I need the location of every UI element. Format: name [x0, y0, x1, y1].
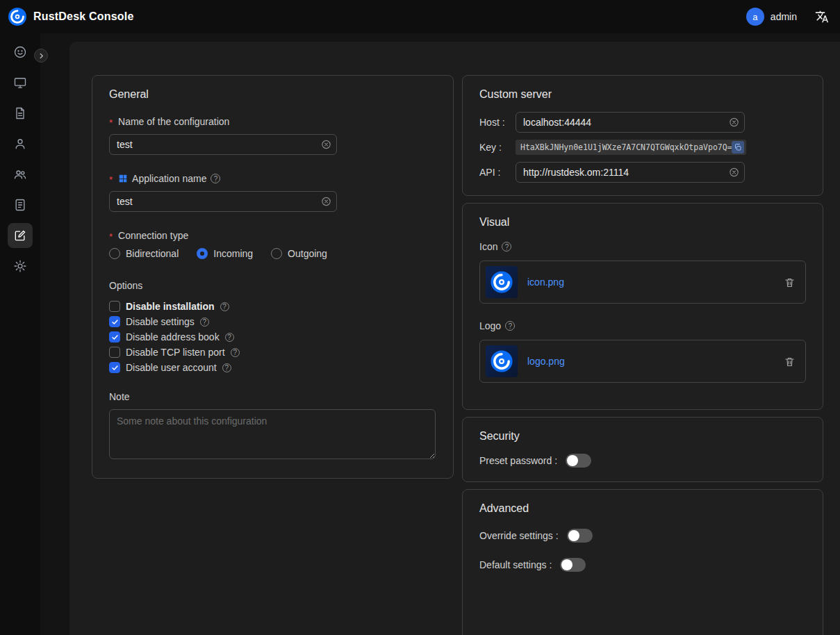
sidebar-item-devices[interactable] — [8, 70, 33, 95]
radio-dot[interactable] — [271, 248, 282, 259]
required-asterisk — [109, 173, 114, 184]
copy-icon[interactable] — [732, 141, 744, 154]
general-card: General Name of the configuration — [92, 75, 454, 479]
logo-file-row: logo.png — [479, 340, 806, 383]
option-disable-settings[interactable]: Disable settings — [109, 316, 436, 327]
override-settings-toggle[interactable] — [567, 529, 593, 543]
icon-filename-link[interactable]: icon.png — [527, 277, 564, 288]
preset-password-toggle[interactable] — [566, 454, 591, 468]
radio-dot[interactable] — [197, 248, 208, 259]
logo-label: Logo — [479, 320, 806, 331]
toggle-knob — [567, 455, 578, 466]
checkbox[interactable] — [109, 331, 120, 343]
user-menu[interactable]: a admin — [746, 8, 797, 26]
help-icon[interactable] — [200, 318, 209, 327]
option-disable-tcp-listen-port[interactable]: Disable TCP listen port — [109, 347, 436, 358]
help-icon[interactable] — [225, 333, 234, 342]
note-label: Note — [109, 391, 436, 402]
avatar: a — [746, 8, 764, 26]
required-asterisk — [109, 116, 114, 127]
host-input[interactable] — [516, 112, 745, 133]
checkbox[interactable] — [109, 347, 120, 358]
help-icon[interactable] — [231, 348, 240, 357]
sidebar-item-audit-logs[interactable] — [8, 192, 33, 217]
application-name-input[interactable] — [109, 191, 337, 212]
option-disable-user-account[interactable]: Disable user account — [109, 362, 436, 373]
check-icon — [111, 318, 119, 326]
override-settings-label: Override settings : — [479, 530, 559, 541]
clear-input-icon[interactable] — [321, 197, 331, 207]
override-settings-row: Override settings : — [479, 529, 806, 543]
checkbox[interactable] — [109, 316, 120, 327]
rustdesk-logo-icon — [8, 8, 26, 26]
sidebar-item-settings[interactable] — [8, 254, 33, 279]
sidebar-item-groups[interactable] — [8, 162, 33, 187]
content-panel: General Name of the configuration — [69, 42, 840, 635]
sidebar — [0, 33, 40, 635]
help-icon[interactable] — [220, 302, 229, 311]
topbar: RustDesk Console a admin — [0, 0, 840, 33]
general-title: General — [109, 88, 436, 101]
checkbox[interactable] — [109, 362, 120, 373]
radio-dot[interactable] — [109, 248, 120, 259]
topbar-right: a admin — [746, 8, 829, 26]
required-asterisk — [109, 230, 114, 241]
clear-input-icon[interactable] — [321, 140, 331, 150]
help-icon[interactable] — [505, 321, 515, 331]
check-icon — [111, 333, 119, 341]
icon-file-row: icon.png — [479, 261, 806, 304]
users-icon — [13, 167, 27, 181]
sidebar-item-configurations[interactable] — [8, 223, 33, 248]
logo-thumbnail — [486, 345, 518, 377]
username: admin — [771, 11, 797, 22]
default-settings-toggle[interactable] — [560, 558, 586, 572]
rustdesk-console-app: RustDesk Console a admin — [0, 0, 840, 635]
note-textarea[interactable] — [109, 409, 436, 459]
radio-incoming[interactable]: Incoming — [197, 248, 253, 259]
sidebar-item-dashboard[interactable] — [8, 40, 33, 65]
smiley-icon — [13, 45, 27, 59]
configuration-name-input[interactable] — [109, 134, 337, 155]
trash-icon[interactable] — [784, 277, 796, 288]
icon-label: Icon — [479, 241, 806, 252]
preset-password-row: Preset password : — [479, 454, 806, 468]
option-disable-installation[interactable]: Disable installation — [109, 301, 436, 312]
connection-type-label: Connection type — [109, 230, 436, 241]
logo-filename-link[interactable]: logo.png — [527, 356, 565, 367]
custom-server-title: Custom server — [479, 88, 806, 101]
custom-server-card: Custom server Host : Key : — [462, 75, 823, 196]
default-settings-label: Default settings : — [479, 559, 552, 570]
windows-logo-icon — [118, 174, 128, 183]
help-icon[interactable] — [222, 363, 231, 372]
radio-outgoing[interactable]: Outgoing — [271, 248, 327, 259]
help-icon[interactable] — [502, 242, 511, 251]
sidebar-expand-button[interactable] — [34, 49, 48, 63]
chevron-right-icon — [38, 52, 45, 60]
help-icon[interactable] — [211, 174, 220, 183]
trash-icon[interactable] — [784, 356, 796, 368]
clear-input-icon[interactable] — [729, 167, 739, 178]
icon-thumbnail — [486, 266, 518, 298]
default-settings-row: Default settings : — [479, 558, 806, 572]
connection-type-radios: Bidirectional Incoming Outgoing — [109, 248, 436, 259]
app-name-field-wrap — [109, 191, 337, 212]
visual-card: Visual Icon — [462, 203, 823, 410]
gear-icon — [13, 259, 27, 273]
app-name-field-label: Application name — [109, 173, 436, 184]
api-row: API : — [479, 162, 806, 183]
api-input[interactable] — [516, 162, 745, 183]
option-disable-address-book[interactable]: Disable address book — [109, 331, 436, 343]
key-label: Key : — [479, 142, 516, 153]
clear-input-icon[interactable] — [729, 117, 739, 128]
document-icon — [13, 106, 27, 120]
visual-title: Visual — [479, 216, 806, 229]
sidebar-item-documents[interactable] — [8, 101, 33, 126]
advanced-card: Advanced Override settings : Default set… — [462, 489, 823, 635]
translate-icon[interactable] — [815, 10, 829, 24]
edit-icon — [13, 229, 27, 242]
security-card: Security Preset password : — [462, 417, 823, 482]
radio-bidirectional[interactable]: Bidirectional — [109, 248, 179, 259]
sidebar-item-users[interactable] — [8, 131, 33, 156]
brand[interactable]: RustDesk Console — [8, 8, 134, 26]
checkbox[interactable] — [109, 301, 120, 312]
